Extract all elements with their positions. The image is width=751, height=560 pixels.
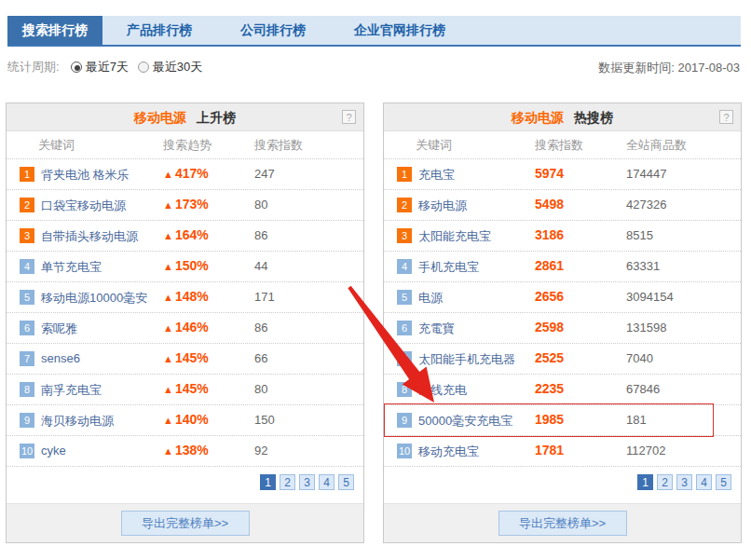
rank-badge: 4 [397,259,412,274]
radio-icon[interactable] [71,61,82,73]
rank-badge: 1 [397,167,412,182]
page-button[interactable]: 4 [696,474,712,490]
search-index-value: 1781 [535,443,564,458]
keyword-link[interactable]: 单节充电宝 [41,259,102,276]
rank-badge: 9 [397,413,412,428]
page-button[interactable]: 3 [299,474,315,490]
trend-up-icon: ▲ [163,169,173,180]
table-row: 7 sense6 ▲145% 66 [7,344,363,375]
search-index-value: 2861 [535,258,564,273]
table-row: 9 海贝移动电源 ▲140% 150 [7,405,363,436]
keyword-link[interactable]: 口袋宝移动电源 [41,198,126,214]
panel-category: 移动电源 [512,110,564,125]
search-ranking-page: 搜索排行榜产品排行榜公司排行榜企业官网排行榜 统计周期:最近7天最近30天 数据… [0,0,751,560]
table-row: 1 背夹电池 格米乐 ▲417% 247 [7,159,363,190]
table-row: 5 电源 2656 3094154 [384,282,741,313]
tab[interactable]: 企业官网排行榜 [330,16,470,45]
search-index-value: 150 [254,413,275,427]
search-index-value: 80 [254,382,267,396]
search-index-value: 44 [254,259,267,273]
rank-badge: 3 [397,228,412,243]
radio-icon[interactable] [138,61,149,73]
export-button[interactable]: 导出完整榜单>> [498,511,627,536]
page-button[interactable]: 5 [716,474,731,490]
rising-column-headers: 关键词 搜索趋势 搜索指数 [7,131,363,159]
keyword-link[interactable]: 索呢雅 [41,321,77,337]
hot-column-headers: 关键词 搜索指数 全站商品数 [384,131,741,159]
keyword-link[interactable]: 电源 [418,290,443,307]
trend-value: ▲140% [163,412,209,427]
page-button[interactable]: 5 [338,474,354,490]
rank-badge: 10 [20,444,34,458]
keyword-link[interactable]: 移动充电宝 [418,444,479,460]
keyword-link[interactable]: sense6 [41,351,80,365]
period-radio-option[interactable]: 最近30天 [138,59,202,75]
rank-badge: 6 [397,321,412,335]
rank-badge: 2 [397,198,412,212]
rank-badge: 8 [397,382,412,397]
trend-up-icon: ▲ [163,261,173,272]
keyword-link[interactable]: 背夹电池 格米乐 [41,167,130,184]
search-index-value: 2525 [535,350,564,365]
trend-up-icon: ▲ [163,415,173,426]
tab[interactable]: 产品排行榜 [102,16,216,45]
panel-category: 移动电源 [134,110,186,125]
table-row: 7 太阳能手机充电器 2525 7040 [384,344,741,375]
help-icon[interactable]: ? [719,110,733,124]
trend-value: ▲417% [163,166,209,181]
keyword-link[interactable]: 太阳能充电宝 [418,228,491,245]
rank-badge: 10 [397,444,412,458]
keyword-link[interactable]: 无线充电 [418,382,467,399]
product-count-value: 174447 [626,167,666,181]
page-button[interactable]: 2 [280,474,295,490]
trend-value: ▲150% [163,258,209,273]
page-button[interactable]: 3 [676,474,692,490]
table-row: 3 太阳能充电宝 3186 8515 [384,221,741,252]
keyword-link[interactable]: 海贝移动电源 [41,413,114,430]
keyword-link[interactable]: cyke [41,444,66,458]
rank-badge: 8 [20,382,34,397]
search-index-value: 86 [254,321,267,335]
keyword-link[interactable]: 充電寶 [418,321,455,337]
table-row: 10 cyke ▲138% 92 [7,436,363,467]
export-button[interactable]: 导出完整榜单>> [121,511,250,536]
tab[interactable]: 公司排行榜 [216,16,330,45]
panel-type: 上升榜 [197,110,236,125]
keyword-link[interactable]: 充电宝 [418,167,455,184]
period-radio-option[interactable]: 最近7天 [71,59,129,75]
keyword-link[interactable]: 手机充电宝 [418,259,479,276]
page-button[interactable]: 2 [657,474,673,490]
hot-pagination: 12345 [384,467,741,495]
search-index-value: 2598 [535,320,564,335]
product-count-value: 181 [626,413,647,427]
rank-badge: 5 [397,290,412,305]
page-button[interactable]: 1 [260,474,276,490]
trend-value: ▲145% [163,350,209,365]
product-count-value: 112702 [626,444,665,458]
rising-list-panel: 移动电源 上升榜 ? 关键词 搜索趋势 搜索指数 1 背夹电池 格米乐 ▲417… [6,102,364,543]
keyword-link[interactable]: 太阳能手机充电器 [418,351,515,368]
tab[interactable]: 搜索排行榜 [7,16,102,45]
period-option-label: 最近7天 [86,60,129,74]
table-row: 2 口袋宝移动电源 ▲173% 80 [7,190,363,221]
keyword-link[interactable]: 50000毫安充电宝 [418,413,512,430]
panel-type: 热搜榜 [574,110,613,125]
keyword-link[interactable]: 移动电源10000毫安 [41,290,147,307]
table-row: 1 充电宝 5974 174447 [384,159,741,190]
data-update-time: 数据更新时间: 2017-08-03 [598,60,740,76]
keyword-link[interactable]: 南孚充电宝 [41,382,102,399]
keyword-link[interactable]: 自带插头移动电源 [41,228,138,245]
help-icon[interactable]: ? [342,110,356,124]
hot-panel-footer: 导出完整榜单>> [384,503,741,542]
product-count-value: 67846 [626,382,660,396]
page-button[interactable]: 1 [637,474,653,490]
page-button[interactable]: 4 [319,474,335,490]
trend-up-icon: ▲ [163,199,173,211]
search-index-value: 80 [254,198,267,212]
col-keyword: 关键词 [38,131,75,159]
product-count-value: 131598 [626,321,666,335]
table-row: 2 移动电源 5498 427326 [384,190,741,221]
table-row: 4 单节充电宝 ▲150% 44 [7,252,363,282]
search-index-value: 1985 [535,412,564,427]
keyword-link[interactable]: 移动电源 [418,198,467,214]
